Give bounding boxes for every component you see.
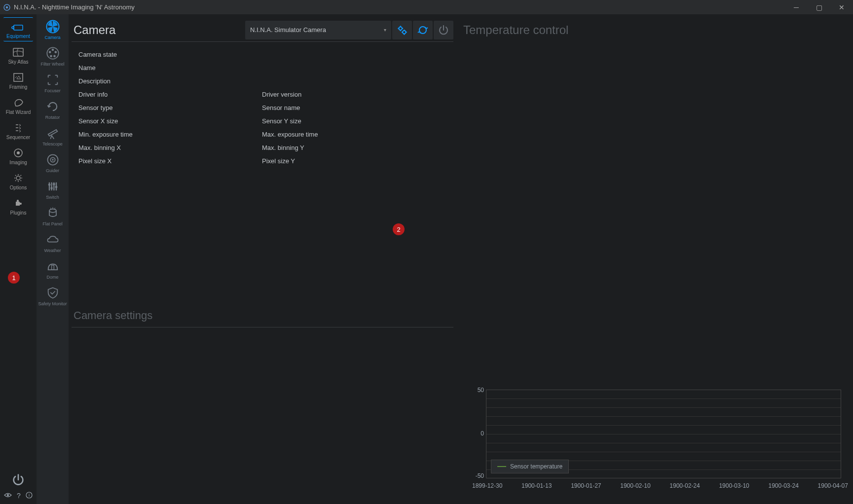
maximize-button[interactable]: ▢ bbox=[808, 0, 830, 14]
camera-title: Camera bbox=[72, 23, 115, 37]
equip-item-camera[interactable]: Camera bbox=[37, 16, 69, 42]
sidebar-item-sequencer[interactable]: Sequencer bbox=[3, 119, 33, 142]
equip-label: Dome bbox=[46, 275, 58, 280]
svg-point-27 bbox=[399, 27, 403, 30]
camera-settings-section: Camera settings bbox=[72, 309, 453, 327]
x-tick: 1899-12-30 bbox=[472, 482, 502, 489]
framing-icon bbox=[9, 72, 27, 83]
equip-label: Safety Monitor bbox=[38, 301, 67, 306]
equip-item-weather[interactable]: Weather bbox=[37, 229, 69, 255]
row-sensor-y: Sensor Y size bbox=[262, 114, 445, 128]
svg-point-14 bbox=[54, 51, 57, 53]
sidebar-item-sky-atlas[interactable]: Sky Atlas bbox=[3, 43, 33, 67]
row-pixel-x: Pixel size X bbox=[78, 154, 262, 168]
equip-item-safety-monitor[interactable]: Safety Monitor bbox=[37, 283, 69, 308]
connect-button[interactable] bbox=[434, 21, 453, 39]
equip-item-guider[interactable]: Guider bbox=[37, 149, 69, 175]
svg-point-28 bbox=[403, 31, 406, 34]
y-tick: -50 bbox=[462, 472, 484, 479]
row-max-bin-y: Max. binning Y bbox=[262, 141, 445, 154]
y-tick: 50 bbox=[462, 387, 484, 394]
weather-icon bbox=[45, 232, 60, 247]
eye-icon[interactable] bbox=[4, 492, 12, 500]
chart-legend: Sensor temperature bbox=[491, 460, 569, 473]
camera-select[interactable]: N.I.N.A. Simulator Camera ▾ bbox=[245, 21, 391, 39]
sidebar-item-framing[interactable]: Framing bbox=[3, 69, 33, 92]
equip-item-switch[interactable]: Switch bbox=[37, 176, 69, 202]
equip-label: Guider bbox=[46, 168, 59, 173]
row-name: Name bbox=[78, 61, 453, 74]
svg-point-6 bbox=[17, 151, 20, 154]
switch-icon bbox=[45, 179, 60, 194]
info-icon[interactable]: i bbox=[26, 492, 33, 500]
svg-point-22 bbox=[50, 187, 53, 189]
sidebar-item-plugins[interactable]: Plugins bbox=[3, 194, 33, 217]
window-title: N.I.N.A. - Nighttime Imaging 'N' Astrono… bbox=[14, 3, 785, 11]
camera-header: Camera N.I.N.A. Simulator Camera ▾ bbox=[72, 18, 453, 42]
sidebar-label: Options bbox=[10, 185, 27, 190]
temperature-title: Temperature control bbox=[462, 18, 848, 42]
focuser-icon bbox=[45, 72, 60, 87]
svg-point-17 bbox=[48, 51, 51, 53]
settings-button[interactable] bbox=[392, 21, 412, 39]
row-max-bin-x: Max. binning X bbox=[78, 141, 262, 154]
sky-atlas-icon bbox=[9, 46, 27, 58]
power-button-bottom[interactable] bbox=[11, 473, 25, 487]
sidebar-label: Sky Atlas bbox=[8, 59, 28, 65]
imaging-icon bbox=[9, 147, 27, 159]
equip-item-flat-panel[interactable]: Flat Panel bbox=[37, 203, 69, 228]
minimize-button[interactable]: ─ bbox=[785, 0, 808, 14]
camera-state-labels: Camera state Name Description Driver inf… bbox=[72, 47, 453, 168]
options-icon bbox=[9, 172, 27, 184]
notification-badge-1[interactable]: 1 bbox=[8, 272, 20, 284]
svg-rect-2 bbox=[14, 25, 23, 30]
help-icon[interactable]: ? bbox=[17, 492, 21, 500]
sidebar-label: Sequencer bbox=[6, 135, 30, 140]
sidebar-item-options[interactable]: Options bbox=[3, 169, 33, 192]
guider-icon bbox=[45, 152, 60, 167]
equip-label: Weather bbox=[44, 248, 61, 253]
equipment-icon bbox=[9, 21, 27, 33]
equip-label: Flat Panel bbox=[42, 221, 63, 226]
equip-item-rotator[interactable]: Rotator bbox=[37, 96, 69, 122]
sidebar-item-imaging[interactable]: Imaging bbox=[3, 144, 33, 167]
svg-point-1 bbox=[6, 6, 8, 8]
x-tick: 1900-02-24 bbox=[669, 482, 700, 489]
x-tick: 1900-03-10 bbox=[719, 482, 749, 489]
svg-text:i: i bbox=[29, 493, 30, 498]
temperature-chart: 50 0 -50 Sensor temperature 1899-12-30 1… bbox=[462, 390, 848, 493]
row-driver-version: Driver version bbox=[262, 88, 445, 101]
app-icon bbox=[2, 2, 12, 12]
refresh-button[interactable] bbox=[413, 21, 433, 39]
svg-rect-26 bbox=[51, 265, 54, 270]
flat-panel-icon bbox=[45, 206, 60, 220]
window-controls: ─ ▢ ✕ bbox=[785, 0, 853, 14]
svg-point-23 bbox=[53, 183, 55, 185]
safety-monitor-icon bbox=[45, 286, 60, 300]
sequencer-icon bbox=[9, 122, 27, 134]
svg-rect-4 bbox=[14, 73, 23, 81]
sidebar-label: Plugins bbox=[10, 210, 27, 216]
sidebar-label: Framing bbox=[9, 84, 28, 90]
equip-item-telescope[interactable]: Telescope bbox=[37, 123, 69, 148]
close-button[interactable]: ✕ bbox=[830, 0, 853, 14]
row-max-exp: Max. exposure time bbox=[262, 128, 445, 141]
equip-item-filter-wheel[interactable]: Filter Wheel bbox=[37, 43, 69, 69]
titlebar: N.I.N.A. - Nighttime Imaging 'N' Astrono… bbox=[0, 0, 853, 14]
sidebar-item-equipment[interactable]: Equipment bbox=[3, 17, 33, 41]
svg-point-16 bbox=[50, 55, 52, 58]
notification-badge-2[interactable]: 2 bbox=[393, 223, 405, 235]
svg-rect-3 bbox=[13, 48, 23, 56]
svg-point-15 bbox=[53, 55, 56, 58]
content: Camera N.I.N.A. Simulator Camera ▾ Camer… bbox=[69, 14, 853, 504]
sidebar-item-flat-wizard[interactable]: Flat Wizard bbox=[3, 94, 33, 117]
flat-wizard-icon bbox=[9, 97, 27, 108]
chevron-down-icon: ▾ bbox=[384, 27, 386, 33]
legend-color bbox=[497, 466, 506, 467]
svg-point-8 bbox=[7, 494, 9, 496]
equip-label: Switch bbox=[46, 195, 59, 200]
x-ticks: 1899-12-30 1900-01-13 1900-01-27 1900-02… bbox=[472, 482, 848, 489]
main-sidebar: Equipment Sky Atlas Framing Flat Wizard … bbox=[0, 14, 37, 504]
equip-item-focuser[interactable]: Focuser bbox=[37, 70, 69, 95]
equip-item-dome[interactable]: Dome bbox=[37, 256, 69, 282]
